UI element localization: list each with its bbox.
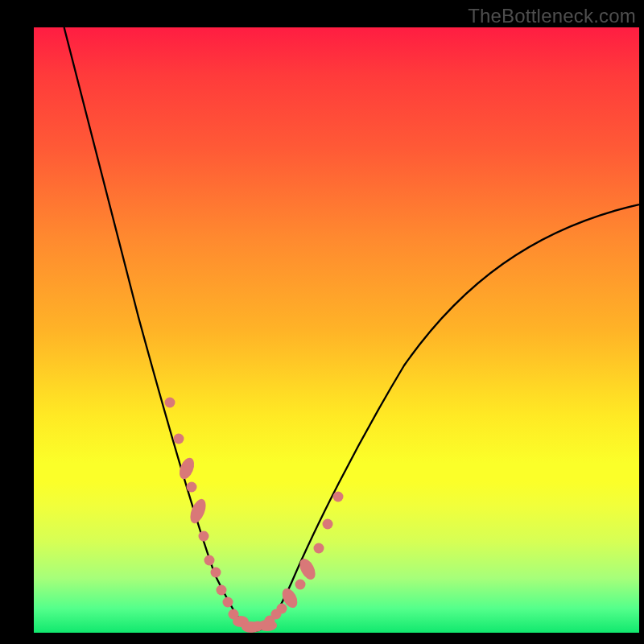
svg-point-5 bbox=[199, 531, 209, 542]
bottleneck-curve bbox=[64, 27, 639, 631]
svg-point-17 bbox=[277, 604, 287, 614]
svg-point-21 bbox=[314, 543, 324, 554]
svg-point-2 bbox=[176, 456, 196, 481]
plot-area bbox=[34, 27, 639, 633]
svg-point-19 bbox=[295, 580, 306, 590]
svg-point-0 bbox=[165, 398, 175, 408]
svg-point-22 bbox=[323, 519, 333, 530]
svg-point-8 bbox=[217, 585, 227, 596]
svg-point-9 bbox=[223, 597, 233, 608]
chart-svg bbox=[34, 27, 639, 633]
svg-point-20 bbox=[296, 556, 318, 582]
watermark-text: TheBottleneck.com bbox=[468, 5, 636, 27]
marker-group bbox=[165, 398, 344, 634]
chart-frame: TheBottleneck.com bbox=[0, 0, 644, 644]
svg-point-23 bbox=[333, 492, 344, 502]
svg-point-1 bbox=[174, 434, 184, 444]
svg-point-3 bbox=[187, 482, 197, 493]
svg-point-6 bbox=[204, 555, 215, 566]
svg-point-7 bbox=[211, 568, 221, 578]
